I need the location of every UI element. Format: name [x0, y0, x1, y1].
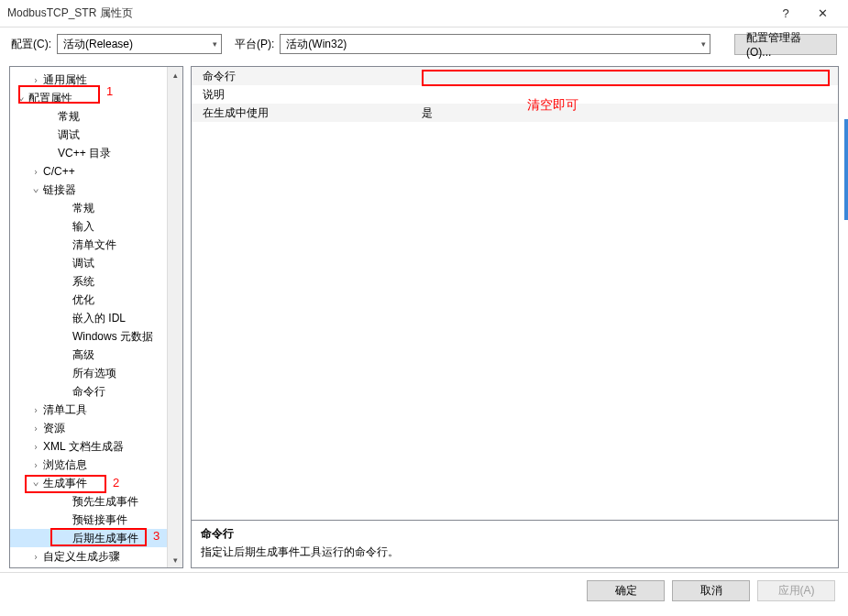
tree-item-label: 常规 [72, 201, 94, 216]
scroll-up-icon[interactable]: ▴ [168, 67, 182, 82]
chevron-down-icon[interactable]: ⌄ [30, 182, 41, 194]
platform-combobox[interactable]: 活动(Win32) ▾ [280, 34, 710, 54]
tree-item-label: 链接器 [43, 182, 76, 198]
config-manager-button[interactable]: 配置管理器(O)... [734, 34, 837, 55]
config-toolbar: 配置(C): 活动(Release) ▾ 平台(P): 活动(Win32) ▾ … [0, 28, 848, 60]
tree-item[interactable]: 预链接事件 [10, 511, 182, 529]
property-row[interactable]: 在生成中使用是 [192, 104, 838, 122]
chevron-down-icon: ▾ [701, 39, 706, 49]
tree-item-label: 高级 [72, 347, 94, 363]
tree-item-label: VC++ 目录 [58, 146, 111, 161]
tree-item[interactable]: ⌄链接器 [10, 181, 182, 199]
tree-item[interactable]: 嵌入的 IDL [10, 309, 182, 327]
chevron-down-icon[interactable]: ⌄ [16, 90, 27, 103]
chevron-right-icon[interactable]: › [30, 442, 41, 452]
tree-item-label: 所有选项 [72, 366, 116, 381]
platform-value: 活动(Win32) [286, 37, 347, 52]
chevron-right-icon[interactable]: › [30, 167, 41, 177]
tree-item-label: C/C++ [43, 165, 75, 178]
description-title: 命令行 [201, 526, 829, 542]
property-row[interactable]: 命令行 [192, 67, 838, 85]
property-grid[interactable]: 命令行说明在生成中使用是 [191, 66, 839, 521]
ok-button[interactable]: 确定 [587, 580, 665, 601]
right-edge-decoration [844, 119, 848, 220]
description-text: 指定让后期生成事件工具运行的命令行。 [201, 544, 829, 560]
tree-item-label: 嵌入的 IDL [72, 311, 126, 326]
tree-item-label: 通用属性 [43, 72, 87, 88]
tree-item-label: 命令行 [72, 384, 105, 400]
cancel-button[interactable]: 取消 [672, 580, 750, 601]
tree-item-label: 系统 [72, 274, 94, 290]
property-name: 说明 [192, 87, 416, 103]
tree-item-label: 后期生成事件 [72, 531, 138, 546]
tree-item[interactable]: 预先生成事件 [10, 492, 182, 511]
property-tree[interactable]: ›通用属性⌄配置属性常规调试VC++ 目录›C/C++⌄链接器常规输入清单文件调… [10, 67, 182, 567]
tree-item[interactable]: 后期生成事件 [10, 529, 182, 547]
tree-item-label: 清单文件 [72, 237, 116, 253]
tree-item-label: 预链接事件 [72, 512, 127, 528]
tree-item-label: XML 文档生成器 [43, 439, 124, 455]
tree-item-label: 资源 [43, 421, 65, 436]
tree-item[interactable]: ⌄配置属性 [10, 89, 182, 107]
tree-item-label: 配置属性 [28, 91, 72, 106]
tree-item[interactable]: 输入 [10, 217, 182, 236]
property-name: 命令行 [192, 69, 416, 84]
vertical-scrollbar[interactable]: ▴ ▾ [167, 67, 182, 567]
dialog-button-row: 确定 取消 应用(A) [0, 572, 848, 609]
property-name: 在生成中使用 [192, 105, 416, 121]
tree-item[interactable]: 所有选项 [10, 364, 182, 382]
tree-item-label: 调试 [58, 127, 80, 143]
property-row[interactable]: 说明 [192, 85, 838, 104]
tree-item[interactable]: 优化 [10, 291, 182, 309]
chevron-right-icon[interactable]: › [30, 552, 41, 562]
tree-item-label: 预先生成事件 [72, 494, 138, 510]
tree-item-label: 优化 [72, 292, 94, 308]
tree-item[interactable]: ›资源 [10, 419, 182, 437]
chevron-right-icon[interactable]: › [30, 460, 41, 470]
tree-item-label: 常规 [58, 109, 80, 125]
tree-item-label: 输入 [72, 219, 94, 235]
chevron-down-icon[interactable]: ⌄ [30, 475, 41, 488]
tree-item[interactable]: ›C/C++ [10, 162, 182, 181]
config-combobox[interactable]: 活动(Release) ▾ [57, 34, 222, 54]
title-bar: ModbusTCP_STR 属性页 ? ✕ [0, 0, 848, 28]
tree-item[interactable]: 高级 [10, 346, 182, 364]
tree-item[interactable]: ⌄生成事件 [10, 474, 182, 492]
main-area: ›通用属性⌄配置属性常规调试VC++ 目录›C/C++⌄链接器常规输入清单文件调… [0, 60, 848, 572]
config-value: 活动(Release) [63, 37, 133, 52]
tree-item-label: 生成事件 [43, 476, 87, 491]
tree-item[interactable]: VC++ 目录 [10, 144, 182, 162]
tree-pane: ›通用属性⌄配置属性常规调试VC++ 目录›C/C++⌄链接器常规输入清单文件调… [9, 66, 183, 568]
property-value[interactable]: 是 [416, 105, 838, 121]
tree-item[interactable]: ›自定义生成步骤 [10, 547, 182, 566]
tree-item[interactable]: ›浏览信息 [10, 456, 182, 474]
tree-item[interactable]: 常规 [10, 107, 182, 126]
tree-item[interactable]: 系统 [10, 272, 182, 291]
tree-item[interactable]: 清单文件 [10, 236, 182, 254]
tree-item[interactable]: 调试 [10, 254, 182, 272]
close-button[interactable]: ✕ [804, 6, 841, 20]
chevron-down-icon: ▾ [213, 39, 217, 49]
tree-item[interactable]: 命令行 [10, 382, 182, 401]
tree-item[interactable]: ›通用属性 [10, 71, 182, 89]
tree-item-label: 清单工具 [43, 402, 87, 418]
tree-item[interactable]: Windows 元数据 [10, 327, 182, 346]
help-button[interactable]: ? [767, 6, 804, 20]
content-pane: 命令行说明在生成中使用是 命令行 指定让后期生成事件工具运行的命令行。 [191, 66, 839, 568]
config-label: 配置(C): [11, 37, 51, 52]
tree-item-label: 自定义生成步骤 [43, 549, 120, 565]
apply-button: 应用(A) [757, 580, 835, 601]
chevron-right-icon[interactable]: › [30, 424, 41, 434]
tree-item[interactable]: ›XML 文档生成器 [10, 437, 182, 456]
tree-item[interactable]: 常规 [10, 199, 182, 217]
tree-item[interactable]: ›清单工具 [10, 401, 182, 419]
chevron-right-icon[interactable]: › [30, 75, 41, 85]
tree-item-label: Windows 元数据 [72, 329, 153, 345]
description-panel: 命令行 指定让后期生成事件工具运行的命令行。 [191, 521, 839, 568]
scroll-down-icon[interactable]: ▾ [168, 552, 182, 567]
tree-item-label: 调试 [72, 256, 94, 271]
chevron-right-icon[interactable]: › [30, 405, 41, 415]
tree-item[interactable]: 调试 [10, 126, 182, 144]
tree-item-label: 浏览信息 [43, 457, 87, 473]
platform-label: 平台(P): [235, 37, 274, 52]
